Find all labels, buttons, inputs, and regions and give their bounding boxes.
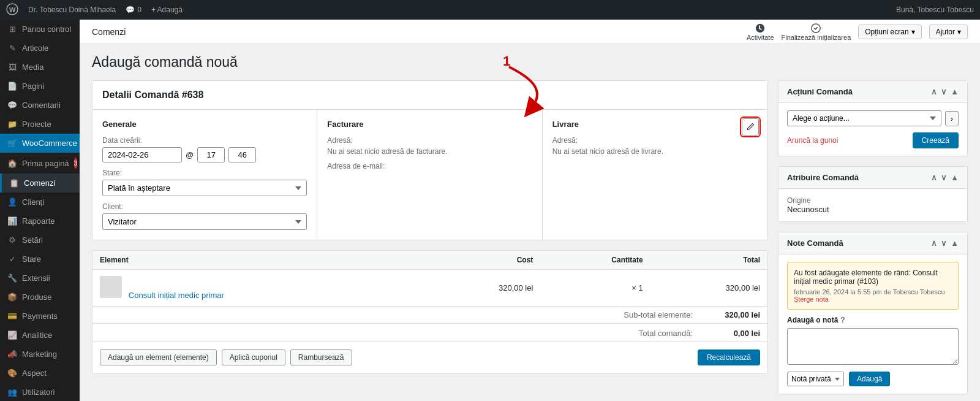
sidebar-label: Media bbox=[22, 63, 43, 72]
item-qty-cell: × 1 bbox=[540, 270, 650, 307]
home-icon: 🏠 bbox=[7, 159, 17, 168]
action-go-button[interactable]: › bbox=[945, 111, 959, 126]
add-element-button[interactable]: Adaugă un element (elemente) bbox=[100, 349, 217, 365]
finalize-label: Finalizează inițializarea bbox=[782, 34, 851, 41]
content-topbar: Comenzi Activitate Finalizează inițializ… bbox=[80, 20, 980, 44]
sidebar-item-setari[interactable]: ⚙ Setări bbox=[0, 231, 80, 250]
order-details-title: Detalii Comandă #638 bbox=[102, 90, 203, 101]
note-footer: Notă privată Adaugă bbox=[787, 372, 959, 386]
sidebar-label: Rapoarte bbox=[22, 216, 55, 226]
sidebar-item-analitice[interactable]: 📈 Analitice bbox=[0, 326, 80, 345]
sidebar-item-pagini[interactable]: 📄 Pagini bbox=[0, 77, 80, 96]
recalculate-button[interactable]: Recalculează bbox=[698, 349, 760, 365]
chevron-up-icon[interactable]: ∧ bbox=[931, 87, 937, 96]
page-wrap: Adaugă comandă nouă Detalii Comandă #638 bbox=[80, 44, 980, 401]
comments-link[interactable]: 💬 0 bbox=[126, 6, 141, 14]
product-link[interactable]: Consult inițial medic primar bbox=[129, 291, 224, 300]
sidebar-item-extensii[interactable]: 🔧 Extensii bbox=[0, 269, 80, 288]
settings-icon: ⚙ bbox=[7, 235, 17, 245]
subtotal-label: Sub-total elemente: bbox=[595, 310, 693, 319]
expand-icon[interactable]: ▲ bbox=[951, 239, 959, 248]
comments-icon: 💬 bbox=[7, 101, 17, 110]
expand-icon[interactable]: ▲ bbox=[951, 87, 959, 96]
orders-icon: 📋 bbox=[9, 178, 19, 188]
sidebar-item-stare[interactable]: ✓ Stare bbox=[0, 250, 80, 269]
sidebar-item-comentarii[interactable]: 💬 Comentarii bbox=[0, 96, 80, 115]
sidebar-label: Pagini bbox=[22, 82, 44, 91]
appearance-icon: 🎨 bbox=[7, 369, 17, 378]
chevron-down-icon[interactable]: ∨ bbox=[941, 173, 947, 182]
sidebar-item-prima-pagina[interactable]: 🏠 Prima pagină 3 bbox=[0, 153, 80, 174]
sidebar-label: Marketing bbox=[22, 349, 57, 359]
note-text: Au fost adăugate elemente de rând: Consu… bbox=[794, 269, 952, 286]
sidebar-label: Clienți bbox=[22, 197, 44, 207]
chevron-down-icon[interactable]: ∨ bbox=[941, 239, 947, 248]
livrare-address-label: Adresă: bbox=[552, 136, 758, 145]
marketing-icon: 📣 bbox=[7, 349, 17, 359]
reimburse-button[interactable]: Rambursează bbox=[290, 349, 352, 365]
sidebar-item-articole[interactable]: ✎ Articole bbox=[0, 39, 80, 58]
sidebar-item-clienti[interactable]: 👤 Clienți bbox=[0, 193, 80, 212]
sidebar-item-rapoarte[interactable]: 📊 Rapoarte bbox=[0, 212, 80, 231]
admin-bar-left: W Dr. Tobescu Doina Mihaela 💬 0 + Adaugă bbox=[6, 3, 183, 17]
sidebar-item-produse[interactable]: 📦 Produse bbox=[0, 288, 80, 307]
sidebar-label: Utilizatori bbox=[22, 388, 55, 397]
note-type-select[interactable]: Notă privată bbox=[787, 372, 844, 386]
create-button[interactable]: Creează bbox=[913, 132, 959, 148]
sidebar: ⊞ Panou control ✎ Articole 🖼 Media 📄 Pag… bbox=[0, 20, 80, 401]
site-name[interactable]: Dr. Tobescu Doina Mihaela bbox=[28, 6, 116, 14]
sidebar-item-panou-control[interactable]: ⊞ Panou control bbox=[0, 20, 80, 39]
facturare-section: Facturare Adresă: Nu ai setat nicio adre… bbox=[317, 110, 542, 240]
client-select[interactable]: Vizitator bbox=[102, 213, 307, 230]
sidebar-item-proiecte[interactable]: 📁 Proiecte bbox=[0, 115, 80, 134]
generale-section: Generale Data creării: @ Stare: bbox=[92, 110, 317, 240]
sidebar-item-comenzi[interactable]: 📋 Comenzi bbox=[0, 174, 80, 193]
sidebar-item-marketing[interactable]: 📣 Marketing bbox=[0, 345, 80, 364]
total-value: 0,00 lei bbox=[705, 329, 760, 338]
add-new-link[interactable]: + Adaugă bbox=[151, 6, 183, 14]
sidebar-label: Articole bbox=[22, 44, 48, 53]
status-label: Stare: bbox=[102, 169, 307, 177]
note-textarea[interactable] bbox=[787, 328, 959, 365]
help-button[interactable]: Ajutor ▾ bbox=[929, 25, 968, 39]
status-select[interactable]: Plată în așteptare bbox=[102, 180, 307, 196]
subtotal-row: Sub-total elemente: 320,00 lei bbox=[92, 307, 767, 323]
livrare-edit-button[interactable] bbox=[742, 118, 759, 136]
action-select-row: Alege o acțiune... › bbox=[787, 110, 959, 126]
date-input[interactable] bbox=[102, 147, 182, 162]
date-row: @ bbox=[102, 147, 307, 162]
time-hour-input[interactable] bbox=[197, 147, 225, 162]
action-select[interactable]: Alege o acțiune... bbox=[787, 110, 941, 126]
chevron-up-icon[interactable]: ∧ bbox=[931, 173, 937, 182]
items-table: Element Cost Cantitate Total bbox=[92, 251, 767, 307]
delete-note-link[interactable]: Șterge nota bbox=[794, 296, 829, 303]
add-note-button[interactable]: Adaugă bbox=[849, 372, 890, 386]
sidebar-label: Stare bbox=[22, 254, 41, 264]
activity-button[interactable]: Activitate bbox=[747, 23, 774, 41]
item-total-cell: 320,00 lei bbox=[650, 270, 767, 307]
expand-icon[interactable]: ▲ bbox=[951, 173, 959, 182]
screen-options-button[interactable]: Opțiuni ecran ▾ bbox=[858, 25, 921, 39]
trash-link[interactable]: Aruncă la gunoi bbox=[787, 136, 838, 145]
livrare-section: Livrare Adresă: Nu ai setat nicio adresă… bbox=[543, 110, 767, 240]
generale-heading: Generale bbox=[102, 120, 307, 129]
chevron-down-icon[interactable]: ∨ bbox=[941, 87, 947, 96]
articles-icon: ✎ bbox=[7, 44, 17, 53]
apply-coupon-button[interactable]: Aplică cuponul bbox=[222, 349, 285, 365]
chevron-up-icon[interactable]: ∧ bbox=[931, 239, 937, 248]
table-row: Consult inițial medic primar 320,00 lei … bbox=[92, 270, 767, 307]
origin-value: Necunoscut bbox=[787, 205, 959, 214]
sidebar-item-woocommerce[interactable]: 🛒 WooCommerce bbox=[0, 134, 80, 153]
sidebar-item-payments[interactable]: 💳 Payments bbox=[0, 307, 80, 326]
right-column: Acțiuni Comandă ∧ ∨ ▲ Alege o acțiune... bbox=[778, 80, 968, 401]
payments-icon: 💳 bbox=[7, 311, 17, 321]
finalize-button[interactable]: Finalizează inițializarea bbox=[782, 23, 851, 41]
sidebar-item-media[interactable]: 🖼 Media bbox=[0, 58, 80, 77]
time-min-input[interactable] bbox=[228, 147, 256, 162]
item-name-cell: Consult inițial medic primar bbox=[92, 270, 423, 307]
sidebar-item-aspect[interactable]: 🎨 Aspect bbox=[0, 364, 80, 383]
attribution-panel-header: Atribuire Comandă ∧ ∨ ▲ bbox=[778, 167, 967, 189]
left-column: Detalii Comandă #638 1 bbox=[92, 80, 768, 401]
wp-logo[interactable]: W bbox=[6, 3, 18, 17]
sidebar-item-utilizatori[interactable]: 👥 Utilizatori bbox=[0, 383, 80, 401]
